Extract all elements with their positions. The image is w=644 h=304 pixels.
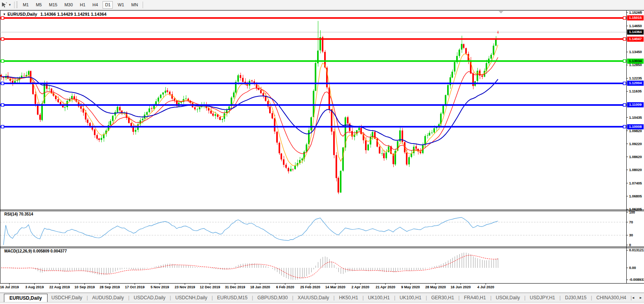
tab-dj30-m15[interactable]: DJ30,M15 [561, 295, 591, 300]
tab-eurusd-m15[interactable]: EURUSD,M15 [213, 295, 251, 300]
hline-handle-right[interactable] [623, 82, 626, 85]
chart-title: ▼EURUSD,Daily1.14366 1.14429 1.14291 1.1… [3, 12, 106, 17]
tab-separator: | [334, 295, 335, 300]
price-level-badge: 1.13034 [627, 59, 644, 64]
tab-xauusd-daily[interactable]: XAUUSD,Daily [294, 295, 333, 300]
timeframe-button-w1[interactable]: W1 [115, 1, 127, 9]
price-axis-label: 1.12235 [629, 76, 642, 80]
hline-handle-left[interactable] [1, 17, 4, 19]
price-axis-label: 1.06805 [629, 194, 642, 198]
price-axis-label: 1.08020 [629, 168, 642, 172]
date-axis-label: 16 Jun 2020 [451, 285, 471, 289]
tab-eurusd-daily[interactable]: EURUSD,Daily [4, 294, 48, 302]
tab-uk100-h1[interactable]: UK100,H1 [364, 295, 394, 300]
date-axis-label: 28 May 2020 [425, 285, 446, 289]
tab-ger30-h1[interactable]: GER30,H1 [427, 295, 458, 300]
tab-separator: | [292, 295, 293, 300]
chart-tab-bar: EURUSD,DailyUSDCHF,Daily|AUDUSD,Daily|US… [0, 293, 644, 302]
chart-shift-marker-icon[interactable] [499, 11, 503, 13]
price-axis-label: 1.15265 [629, 11, 642, 15]
tab-hk50-h1[interactable]: HK50,H1 [335, 295, 362, 300]
tab-uk100-h1[interactable]: UK100,H1 [396, 295, 425, 300]
hline-handle-right[interactable] [623, 38, 626, 41]
rsi-axis-label: 0 [629, 243, 631, 247]
hline-handle-left[interactable] [1, 125, 4, 128]
tab-separator: | [170, 295, 171, 300]
timeframe-button-m1[interactable]: M1 [20, 1, 31, 9]
chart-title-dropdown-icon[interactable]: ▼ [3, 13, 6, 16]
price-level-badge: 1.10008 [627, 124, 644, 129]
tab-usdchf-daily[interactable]: USDCHF,Daily [48, 295, 86, 300]
rsi-axis-label: 70 [629, 220, 633, 224]
date-axis-label: 16 Jul 2019 [0, 285, 19, 289]
chart-tabs: EURUSD,DailyUSDCHF,Daily|AUDUSD,Daily|US… [0, 293, 632, 302]
tab-separator: | [631, 295, 632, 300]
hline-handle-left[interactable] [1, 103, 4, 106]
timeframe-button-m5[interactable]: M5 [33, 1, 44, 9]
hline-handle-right[interactable] [623, 17, 626, 19]
hline-handle-right[interactable] [623, 125, 626, 128]
tab-separator: | [211, 295, 213, 300]
chart-canvas[interactable] [0, 0, 644, 304]
tab-fra40-h1[interactable]: FRA40,H1 [460, 295, 490, 300]
tab-separator: | [394, 295, 395, 300]
chart-ohlc-values: 1.14366 1.14429 1.14291 1.14364 [40, 12, 106, 17]
timeframe-button-d1[interactable]: D1 [103, 1, 113, 9]
cursor-tool-icon[interactable] [1, 1, 8, 8]
date-axis-label: 4 Jul 2020 [477, 285, 494, 289]
tab-usdcnh-daily[interactable]: USDCNH,Daily [171, 295, 211, 300]
tab-separator: | [490, 295, 492, 300]
price-axis-label: 1.07405 [629, 181, 642, 185]
price-level-badge: 1.11009 [627, 102, 644, 107]
hline-handle-left[interactable] [1, 82, 4, 85]
tab-usdcad-daily[interactable]: USDCAD,Daily [130, 295, 169, 300]
timeframe-button-h4[interactable]: H4 [90, 1, 100, 9]
toolbar-separator-end [143, 2, 143, 8]
tab-usdjpy-h1[interactable]: USDJPY,H1 [526, 295, 559, 300]
toolbar-separator [14, 2, 15, 8]
tab-scroll-left-icon[interactable]: ◂ [632, 295, 634, 300]
hline-handle-left[interactable] [1, 38, 4, 41]
date-axis-label: 23 Nov 2019 [175, 285, 195, 289]
toolbar-grip[interactable] [16, 2, 18, 8]
date-axis-label: 28 Sep 2019 [99, 285, 120, 289]
macd-axis-label: 0.00 [629, 266, 636, 270]
timeframe-button-m15[interactable]: M15 [46, 1, 59, 9]
macd-histogram [2, 252, 498, 280]
timeframe-button-m30[interactable]: M30 [62, 1, 75, 9]
tab-audusd-daily[interactable]: AUDUSD,Daily [88, 295, 128, 300]
timeframe-button-h1[interactable]: H1 [77, 1, 88, 9]
date-axis-label: 6 Feb 2020 [276, 285, 294, 289]
date-axis-label: 5 Nov 2019 [150, 285, 169, 289]
tab-usoil-daily[interactable]: USOil,Daily [492, 295, 524, 300]
rsi-axis-label: 100 [629, 210, 635, 214]
tab-separator: | [252, 295, 253, 300]
hline-handle-right[interactable] [623, 60, 626, 63]
price-axis-label: 1.14650 [629, 24, 642, 28]
date-axis-label: 31 Dec 2019 [225, 285, 245, 289]
tab-gbpusd-m30[interactable]: GBPUSD,M30 [253, 295, 292, 300]
timeframe-button-mn[interactable]: MN [129, 1, 140, 9]
price-axis-label: 1.12850 [629, 63, 642, 67]
tab-separator: | [426, 295, 427, 300]
tab-separator: | [524, 295, 525, 300]
status-strip [0, 302, 644, 304]
macd-indicator-label: MACD(12,26,9) 0.005809 0.004377 [4, 249, 67, 253]
candlestick-series[interactable] [0, 21, 499, 194]
chart-symbol-label: EURUSD,Daily [7, 12, 37, 17]
macd-axis-label: 0.013121 [629, 248, 644, 252]
rsi-axis-label: 30 [629, 233, 633, 237]
tab-separator: | [86, 295, 88, 300]
date-axis-label: 9 May 2020 [401, 285, 420, 289]
hline-handle-left[interactable] [1, 60, 4, 63]
tab-separator: | [591, 295, 592, 300]
hline-handle-right[interactable] [623, 103, 626, 106]
cursor-tool-dropdown-icon[interactable]: ▼ [8, 3, 11, 7]
date-axis-label: 18 Jan 2020 [250, 285, 270, 289]
price-axis-label: 1.09820 [629, 129, 642, 133]
date-axis-label: 3 Aug 2019 [25, 285, 44, 289]
tab-china300-h4[interactable]: CHINA300,H4 [593, 295, 630, 300]
date-axis-label: 21 Apr 2020 [376, 285, 395, 289]
tab-scroll-right-icon[interactable]: ▸ [640, 295, 642, 300]
price-level-badge: 1.14047 [627, 37, 644, 42]
